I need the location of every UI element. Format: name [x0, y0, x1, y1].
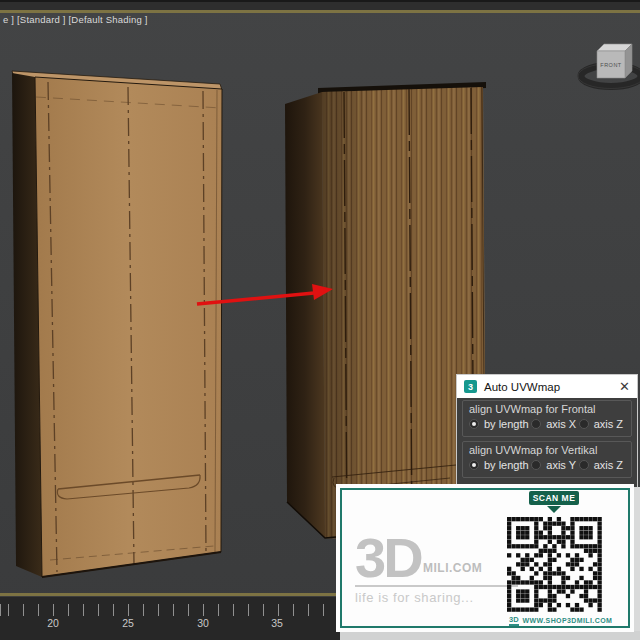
- 3dsmax-viewport-window: FRONT e ] [Standard ] [Default Shading ]…: [0, 0, 640, 640]
- radio-row: by length axis Y axis Z: [469, 459, 625, 471]
- dialog-title: Auto UVWmap: [484, 381, 560, 393]
- radio-axis-z[interactable]: axis Z: [579, 418, 623, 430]
- timeline-tick-label: 30: [197, 617, 209, 629]
- maxscript-icon: 3: [464, 380, 477, 393]
- radio-by-length[interactable]: by length: [469, 418, 529, 430]
- uvw-group-frontal: align UVWmap for Frontal by length axis …: [462, 400, 632, 437]
- radio-label: axis Z: [594, 459, 623, 471]
- timeline-ticks: [0, 604, 338, 616]
- radio-label: axis X: [546, 418, 576, 430]
- viewport-shading-label[interactable]: e ] [Standard ] [Default Shading ]: [3, 14, 148, 25]
- radio-by-length[interactable]: by length: [469, 459, 529, 471]
- tagline: life is for sharing...: [355, 590, 474, 605]
- timeline-tick-label: 35: [271, 617, 283, 629]
- radio-icon[interactable]: [531, 419, 541, 429]
- compass-ring-icon: [581, 66, 640, 87]
- website-row: 3D WWW.SHOP3DMILI.COM: [509, 615, 612, 626]
- window-top-bar: [0, 0, 640, 10]
- scan-me-badge: SCAN ME: [529, 491, 579, 505]
- radio-label: axis Z: [594, 418, 623, 430]
- timeline-tick-label: 25: [122, 617, 134, 629]
- group-label: align UVWmap for Frontal: [469, 403, 625, 415]
- radio-axis-x[interactable]: axis X: [531, 418, 576, 430]
- watermark-card: 3D MILI.COM life is for sharing... SCAN …: [336, 484, 634, 632]
- wardrobe-untextured-model[interactable]: [12, 71, 222, 577]
- mini-logo-icon: 3D: [509, 615, 519, 626]
- viewport-border-top: [0, 10, 640, 13]
- logo-divider: [355, 585, 518, 587]
- website-url: WWW.SHOP3DMILI.COM: [523, 617, 613, 624]
- badge-arrow-icon: [547, 506, 561, 513]
- radio-icon[interactable]: [469, 460, 479, 470]
- radio-icon[interactable]: [469, 419, 479, 429]
- dialog-title-bar[interactable]: 3 Auto UVWmap ✕: [457, 375, 637, 398]
- radio-row: by length axis X axis Z: [469, 418, 625, 430]
- radio-label: by length: [484, 459, 529, 471]
- radio-icon[interactable]: [531, 460, 541, 470]
- group-label: align UVWmap for Vertikal: [469, 444, 625, 456]
- viewcube-front-label: FRONT: [600, 62, 622, 68]
- uvw-group-vertikal: align UVWmap for Vertikal by length axis…: [462, 441, 632, 478]
- qr-code: [507, 517, 602, 612]
- watermark-base-strip: [340, 631, 640, 640]
- radio-icon[interactable]: [579, 460, 589, 470]
- radio-icon[interactable]: [579, 419, 589, 429]
- annotation-arrow: [197, 284, 333, 304]
- radio-axis-y[interactable]: axis Y: [531, 459, 576, 471]
- close-icon[interactable]: ✕: [619, 380, 630, 393]
- logo-mili-com: MILI.COM: [423, 561, 482, 575]
- logo-3d: 3D: [355, 530, 421, 586]
- radio-label: axis Y: [546, 459, 576, 471]
- timeline-tick-label: 20: [47, 617, 59, 629]
- radio-axis-z[interactable]: axis Z: [579, 459, 623, 471]
- radio-label: by length: [484, 418, 529, 430]
- viewcube[interactable]: FRONT: [578, 44, 640, 89]
